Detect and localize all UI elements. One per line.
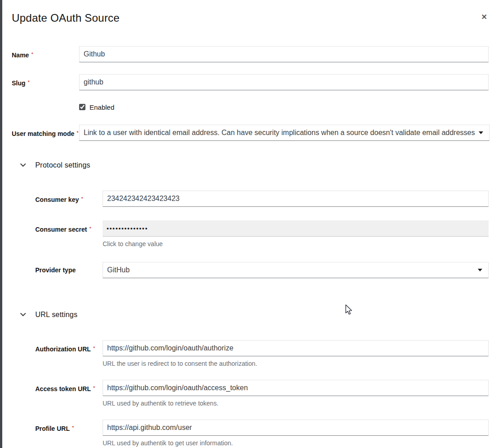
form-row-consumer-secret: Consumer secret* •••••••••••••• Click to… [35,220,489,247]
authorization-url-label-text: Authorization URL [35,345,91,353]
required-asterisk: * [76,130,78,135]
consumer-key-input[interactable] [103,191,489,207]
provider-type-label: Provider type [35,262,103,278]
close-icon[interactable]: ✕ [481,14,487,21]
consumer-secret-helper: Click to change value [103,240,489,247]
consumer-key-control [103,191,489,207]
section-header-protocol-settings: Protocol settings [20,161,489,169]
consumer-key-label-text: Consumer key [35,196,79,203]
user-matching-mode-control: Link to a user with identical email addr… [79,125,490,141]
slug-label-text: Slug [12,79,25,87]
form-row-name: Name* [12,46,489,63]
consumer-secret-label: Consumer secret* [35,220,103,238]
modal-header: Update OAuth Source ✕ [12,11,489,25]
authorization-url-label: Authorization URL* [35,340,103,357]
authorization-url-helper: URL the user is redirect to to consent t… [103,360,489,367]
access-token-url-control: URL used by authentik to retrieve tokens… [103,380,489,407]
form-row-access-token-url: Access token URL* URL used by authentik … [35,380,489,407]
chevron-down-icon[interactable] [20,162,26,168]
update-oauth-source-modal: Update OAuth Source ✕ Name* Slug* Enable… [2,0,499,448]
required-asterisk: * [93,345,95,351]
consumer-secret-label-text: Consumer secret [35,226,87,233]
profile-url-label: Profile URL* [35,420,103,437]
profile-url-control: URL used by authentik to get user inform… [103,420,489,447]
consumer-secret-control: •••••••••••••• Click to change value [103,220,489,247]
form-row-enabled: Enabled [79,103,489,112]
caret-down-icon [479,131,483,134]
enabled-label: Enabled [89,103,114,111]
required-asterisk: * [81,196,83,201]
provider-type-control: GitHub [103,262,489,278]
access-token-url-input[interactable] [103,380,489,396]
page-title: Update OAuth Source [12,11,489,25]
profile-url-helper: URL used by authentik to get user inform… [103,439,489,447]
authorization-url-control: URL the user is redirect to to consent t… [103,340,489,367]
enabled-checkbox[interactable] [79,104,85,110]
user-matching-mode-select[interactable]: Link to a user with identical email addr… [79,125,490,141]
form-row-profile-url: Profile URL* URL used by authentik to ge… [35,420,489,447]
name-label: Name* [12,46,79,63]
section-title-protocol-settings: Protocol settings [35,161,90,169]
name-label-text: Name [12,51,29,59]
required-asterisk: * [93,385,95,391]
provider-type-select[interactable]: GitHub [103,262,489,278]
form-row-provider-type: Provider type GitHub [35,262,489,278]
section-body-protocol-settings: Consumer key* Consumer secret* •••••••••… [35,191,489,278]
section-body-url-settings: Authorization URL* URL the user is redir… [35,340,489,447]
required-asterisk: * [31,51,33,57]
consumer-key-label: Consumer key* [35,191,103,208]
caret-down-icon [478,269,482,271]
slug-control [79,74,489,90]
user-matching-mode-value: Link to a user with identical email addr… [84,129,475,137]
required-asterisk: * [72,425,74,430]
profile-url-input[interactable] [103,420,489,436]
name-input[interactable] [79,46,489,62]
section-header-url-settings: URL settings [20,311,489,319]
name-control [79,46,489,62]
form-row-slug: Slug* [12,74,489,91]
form-row-consumer-key: Consumer key* [35,191,489,208]
profile-url-label-text: Profile URL [35,425,70,432]
slug-input[interactable] [79,74,489,90]
access-token-url-label: Access token URL* [35,380,103,397]
oauth-source-form: Name* Slug* Enabled User matching mode* … [12,46,489,447]
user-matching-mode-label: User matching mode* [12,125,79,142]
form-row-user-matching-mode: User matching mode* Link to a user with … [12,125,489,142]
user-matching-mode-label-text: User matching mode [12,130,74,137]
access-token-url-label-text: Access token URL [35,385,91,392]
required-asterisk: * [89,226,91,231]
authorization-url-input[interactable] [103,340,489,356]
provider-type-label-text: Provider type [35,266,75,274]
access-token-url-helper: URL used by authentik to retrieve tokens… [103,400,489,407]
chevron-down-icon[interactable] [20,312,26,318]
required-asterisk: * [28,79,29,85]
form-row-authorization-url: Authorization URL* URL the user is redir… [35,340,489,367]
slug-label: Slug* [12,74,79,91]
consumer-secret-masked-input[interactable]: •••••••••••••• [103,220,489,237]
provider-type-value: GitHub [107,266,130,274]
section-title-url-settings: URL settings [35,311,77,319]
